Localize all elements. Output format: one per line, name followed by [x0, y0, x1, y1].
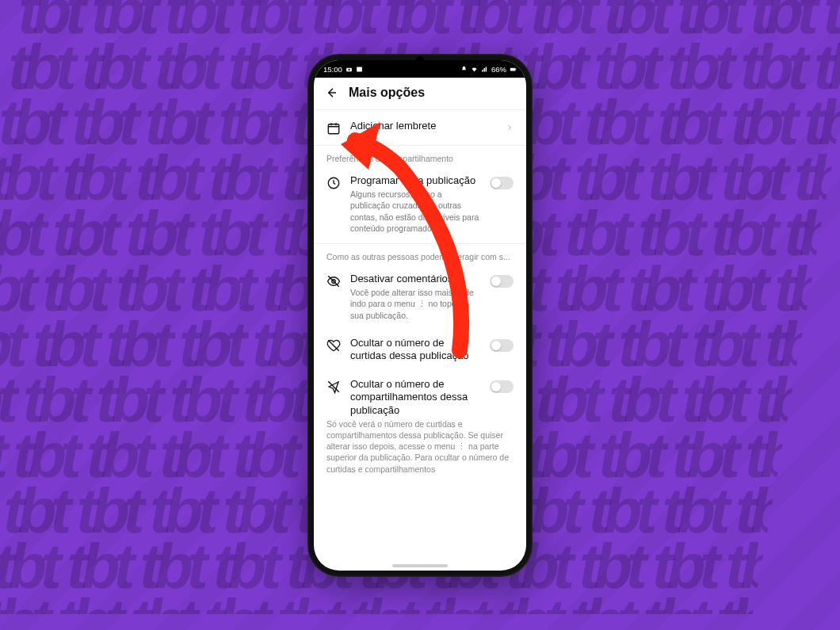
screen: 15:00 66% Mais opções Adicionar lembrete: [314, 60, 526, 571]
hide-likes-toggle[interactable]: [490, 339, 514, 352]
signal-icon: [481, 66, 488, 73]
camera-notch: [416, 56, 424, 64]
footer-note: Só você verá o número de curtidas e comp…: [314, 418, 526, 479]
eye-off-icon: [326, 274, 341, 288]
disable-comments-toggle[interactable]: [490, 275, 514, 288]
section-interact-label: Como as outras pessoas podem interagir c…: [314, 246, 526, 265]
schedule-toggle[interactable]: [490, 177, 514, 189]
schedule-sub: Alguns recursos, como a publicação cruza…: [350, 189, 480, 234]
hide-likes-row[interactable]: Ocultar o número de curtidas dessa publi…: [314, 329, 526, 371]
page-title: Mais opções: [349, 86, 425, 100]
add-reminder-label: Adicionar lembrete: [350, 120, 496, 132]
heart-off-icon: [326, 338, 341, 353]
svg-rect-5: [328, 124, 339, 134]
silent-icon: [460, 66, 468, 73]
svg-point-1: [348, 68, 349, 70]
home-indicator[interactable]: [392, 564, 448, 567]
chevron-right-icon: [506, 124, 514, 132]
header: Mais opções: [314, 78, 526, 108]
hide-shares-toggle[interactable]: [490, 380, 514, 393]
section-share-label: Preferências de compartilhamento: [314, 147, 526, 166]
wifi-icon: [471, 66, 478, 73]
camera-icon: [346, 66, 353, 73]
hide-shares-row[interactable]: Ocultar o número de compartilhamentos de…: [314, 370, 526, 418]
calendar-icon: [326, 121, 341, 136]
svg-rect-4: [516, 68, 517, 70]
image-icon: [356, 66, 363, 73]
divider: [314, 145, 526, 146]
back-icon[interactable]: [325, 86, 338, 99]
svg-rect-2: [357, 67, 362, 71]
disable-comments-sub: Você pode alterar isso mais tarde indo p…: [350, 287, 480, 321]
divider: [314, 243, 526, 244]
schedule-row[interactable]: Programar essa publicação Alguns recurso…: [314, 166, 526, 242]
add-reminder-row[interactable]: Adicionar lembrete: [314, 112, 526, 143]
schedule-title: Programar essa publicação: [350, 174, 480, 187]
battery-text: 66%: [491, 65, 506, 74]
battery-icon: [510, 66, 517, 73]
clock-icon: [326, 176, 341, 190]
hide-shares-title: Ocultar o número de compartilhamentos de…: [350, 378, 480, 417]
disable-comments-title: Desativar comentários: [350, 273, 480, 285]
disable-comments-row[interactable]: Desativar comentários Você pode alterar …: [314, 265, 526, 329]
share-off-icon: [326, 380, 341, 394]
status-time: 15:00: [323, 65, 342, 74]
divider: [314, 109, 526, 110]
svg-rect-3: [510, 67, 516, 71]
hide-likes-title: Ocultar o número de curtidas dessa publi…: [350, 337, 480, 363]
phone-frame: 15:00 66% Mais opções Adicionar lembrete: [307, 54, 533, 577]
